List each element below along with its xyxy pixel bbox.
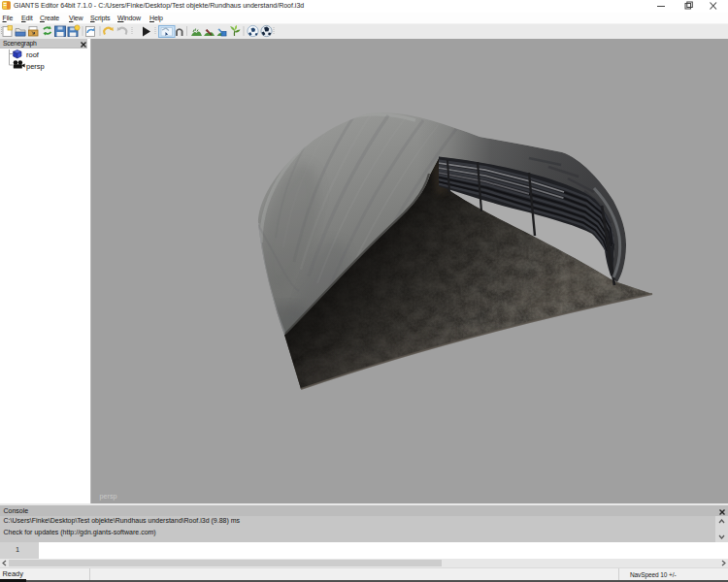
svg-text:persp: persp — [26, 62, 45, 71]
svg-text:roof: roof — [26, 50, 40, 59]
